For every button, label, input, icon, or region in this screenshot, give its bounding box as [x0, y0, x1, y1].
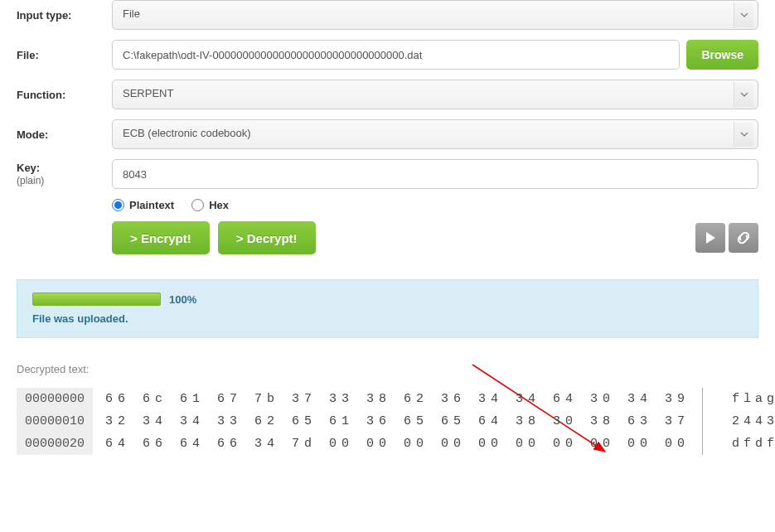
hex-radio-label: Hex	[209, 199, 229, 211]
mode-label: Mode:	[17, 128, 112, 141]
hex-bytes: 66 6c 61 67 7b 37 33 38 62 36 34 34 64 3…	[93, 388, 703, 410]
hex-offset: 00000020	[17, 433, 93, 455]
link-icon	[735, 230, 752, 246]
key-sublabel: (plain)	[17, 175, 44, 186]
hex-ascii: flag{738b644d049	[724, 388, 775, 410]
encrypt-button[interactable]: > Encrypt!	[112, 221, 210, 254]
input-type-select[interactable]: File	[112, 0, 758, 30]
hex-radio[interactable]	[191, 199, 204, 211]
mode-value: ECB (electronic codebook)	[112, 119, 758, 149]
plaintext-radio[interactable]	[112, 199, 124, 211]
hex-bytes: 32 34 34 33 62 65 61 36 65 65 64 38 30 3…	[93, 410, 703, 433]
file-path-input[interactable]	[112, 40, 680, 70]
progress-percent: 100%	[169, 293, 196, 306]
upload-status-text: File was uploaded.	[32, 312, 743, 325]
input-type-label: Input type:	[17, 9, 112, 22]
function-value: SERPENT	[112, 80, 758, 109]
file-label: File:	[17, 49, 112, 61]
function-label: Function:	[17, 89, 112, 101]
key-input[interactable]	[112, 159, 758, 189]
mode-select[interactable]: ECB (electronic codebook)	[112, 119, 758, 149]
plaintext-radio-label: Plaintext	[129, 199, 174, 211]
hex-offset: 00000010	[17, 410, 93, 433]
function-select[interactable]: SERPENT	[112, 80, 758, 109]
hex-output-table: 00000000 66 6c 61 67 7b 37 33 38 62 36 3…	[17, 388, 758, 455]
hex-offset: 00000000	[17, 388, 93, 410]
upload-status-box: 100% File was uploaded.	[17, 279, 758, 338]
hex-row: 00000000 66 6c 61 67 7b 37 33 38 62 36 3…	[17, 388, 758, 410]
input-type-value: File	[112, 0, 758, 30]
hex-ascii: 2443bea6eed808c7	[724, 410, 775, 433]
play-icon	[702, 230, 719, 246]
decrypted-text-label: Decrypted text:	[17, 363, 758, 375]
hex-row: 00000020 64 66 64 66 34 7d 00 00 00 00 0…	[17, 433, 758, 455]
play-icon-button[interactable]	[695, 223, 725, 253]
progress-bar	[32, 293, 161, 306]
hex-row: 00000010 32 34 34 33 62 65 61 36 65 65 6…	[17, 410, 758, 433]
decrypt-button[interactable]: > Decrypt!	[218, 221, 316, 254]
hex-ascii: dfdf4}..........	[724, 433, 775, 455]
key-label: Key: (plain)	[17, 162, 112, 186]
browse-button[interactable]: Browse	[686, 40, 758, 70]
hex-bytes: 64 66 64 66 34 7d 00 00 00 00 00 00 00 0…	[93, 433, 703, 455]
link-icon-button[interactable]	[729, 223, 758, 253]
